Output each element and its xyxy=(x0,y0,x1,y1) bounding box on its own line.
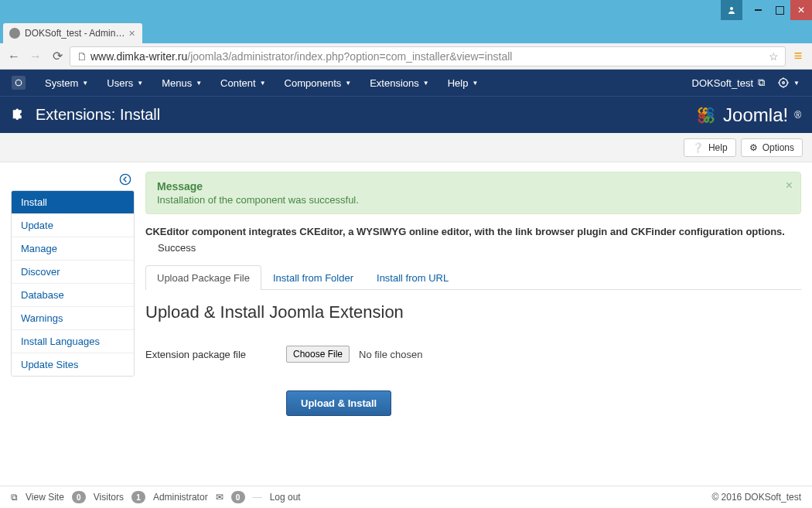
svg-point-0 xyxy=(730,7,733,10)
caret-down-icon: ▼ xyxy=(345,80,351,87)
caret-down-icon: ▼ xyxy=(137,80,143,87)
site-name: DOKSoft_test xyxy=(692,77,753,89)
help-icon: ❔ xyxy=(692,142,704,153)
site-link[interactable]: DOKSoft_test ⧉ xyxy=(684,77,773,89)
tab-title: DOKSoft_test - Administra xyxy=(25,28,127,39)
bookmark-icon[interactable]: ☆ xyxy=(769,50,779,63)
browser-toolbar: ← → ⟳ 🗋 www.dimka-writer.ru/joomla3/admi… xyxy=(0,43,812,70)
joomla-logo-small[interactable] xyxy=(8,72,29,94)
browser-tab[interactable]: DOKSoft_test - Administra ✕ xyxy=(3,23,142,43)
caret-down-icon: ▼ xyxy=(472,80,478,87)
file-chosen-status: No file chosen xyxy=(359,349,422,360)
nav-item-users[interactable]: Users▼ xyxy=(97,70,152,96)
url-path: /joomla3/administrator/index.php?option=… xyxy=(187,50,512,63)
page-toolbar: ❔ Help ⚙ Options xyxy=(0,133,812,162)
nav-item-extensions[interactable]: Extensions▼ xyxy=(360,70,438,96)
admin-navbar: System▼Users▼Menus▼Content▼Components▼Ex… xyxy=(0,70,812,96)
choose-file-button[interactable]: Choose File xyxy=(286,346,350,363)
alert-title: Message xyxy=(157,180,790,193)
alert-body: Installation of the component was succes… xyxy=(157,194,790,206)
puzzle-icon xyxy=(11,104,28,125)
alert-close-button[interactable]: × xyxy=(786,179,793,193)
caret-down-icon: ▼ xyxy=(196,80,202,87)
caret-down-icon: ▼ xyxy=(423,80,429,87)
sidebar-item-discover[interactable]: Discover xyxy=(12,261,134,284)
gear-icon: ⚙ xyxy=(749,142,758,153)
nav-item-components[interactable]: Components▼ xyxy=(275,70,361,96)
nav-item-menus[interactable]: Menus▼ xyxy=(152,70,211,96)
nav-item-content[interactable]: Content▼ xyxy=(211,70,275,96)
nav-item-system[interactable]: System▼ xyxy=(36,70,97,96)
sidebar-item-manage[interactable]: Manage xyxy=(12,237,134,261)
svg-point-2 xyxy=(780,79,788,87)
caret-down-icon: ▼ xyxy=(82,80,88,87)
tab-upload-package-file[interactable]: Upload Package File xyxy=(145,265,261,290)
page-icon: 🗋 xyxy=(77,50,87,63)
options-button[interactable]: ⚙ Options xyxy=(741,138,803,157)
sidebar-collapse-button[interactable] xyxy=(11,172,135,190)
reload-button[interactable]: ⟳ xyxy=(48,47,67,66)
caret-down-icon: ▼ xyxy=(260,80,266,87)
help-button[interactable]: ❔ Help xyxy=(684,138,736,157)
forward-button[interactable]: → xyxy=(26,47,45,66)
component-description: CKEditor component integrates CKEditor, … xyxy=(145,225,801,239)
sidebar-item-warnings[interactable]: Warnings xyxy=(12,307,134,330)
tab-panel-upload: Upload & Install Joomla Extension Extens… xyxy=(145,290,801,428)
sidebar-item-update[interactable]: Update xyxy=(12,214,134,237)
external-link-icon: ⧉ xyxy=(758,77,765,89)
nav-item-help[interactable]: Help▼ xyxy=(438,70,488,96)
url-bar[interactable]: 🗋 www.dimka-writer.ru/joomla3/administra… xyxy=(70,46,786,66)
browser-tabstrip: DOKSoft_test - Administra ✕ xyxy=(0,20,812,43)
sidebar-item-install-languages[interactable]: Install Languages xyxy=(12,330,134,353)
os-user-button[interactable] xyxy=(721,0,742,20)
os-minimize-button[interactable] xyxy=(747,0,769,20)
main-content: × Message Installation of the component … xyxy=(145,172,801,462)
sidebar-item-update-sites[interactable]: Update Sites xyxy=(12,353,134,376)
url-host: www.dimka-writer.ru xyxy=(90,50,187,63)
sidebar-item-database[interactable]: Database xyxy=(12,284,134,307)
file-field-label: Extension package file xyxy=(145,349,277,360)
upload-install-button[interactable]: Upload & Install xyxy=(286,390,391,416)
user-menu[interactable]: ▼ xyxy=(773,70,804,96)
joomla-brand: Joomla!® xyxy=(695,104,801,126)
chrome-menu-button[interactable]: ≡ xyxy=(789,47,807,66)
install-tabs: Upload Package FileInstall from FolderIn… xyxy=(145,264,801,290)
tab-install-from-url[interactable]: Install from URL xyxy=(365,265,460,290)
back-button[interactable]: ← xyxy=(5,47,23,66)
svg-point-8 xyxy=(120,174,130,184)
favicon xyxy=(9,28,20,39)
tab-install-from-folder[interactable]: Install from Folder xyxy=(261,265,365,290)
os-maximize-button[interactable] xyxy=(769,0,790,20)
success-alert: × Message Installation of the component … xyxy=(145,172,801,214)
upload-heading: Upload & Install Joomla Extension xyxy=(145,302,801,322)
page-header: Extensions: Install Joomla!® xyxy=(0,96,812,133)
sidebar-item-install[interactable]: Install xyxy=(12,191,134,214)
sidebar: InstallUpdateManageDiscoverDatabaseWarni… xyxy=(11,172,135,462)
svg-point-3 xyxy=(783,82,785,84)
svg-rect-1 xyxy=(12,76,26,90)
os-close-button[interactable]: ✕ xyxy=(790,0,812,20)
tab-close-icon[interactable]: ✕ xyxy=(127,29,136,38)
page-title: Extensions: Install xyxy=(36,106,160,124)
install-status: Success xyxy=(158,242,801,254)
